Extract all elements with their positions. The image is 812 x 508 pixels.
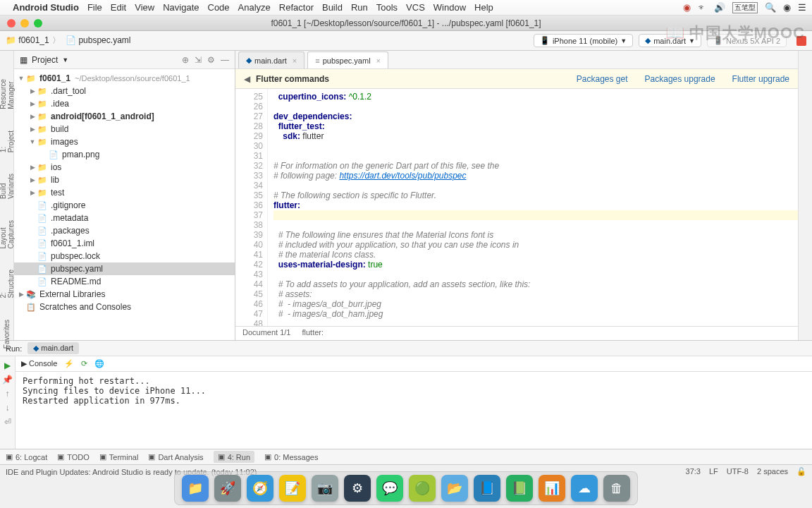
tool-tab[interactable]: Build Variants: [0, 174, 15, 199]
tab-main-dart[interactable]: ◆ main.dart×: [238, 52, 304, 68]
breadcrumb[interactable]: 📁 f0601_1〉 📄 pubspec.yaml: [6, 35, 130, 47]
reload-icon[interactable]: ⟳: [81, 359, 87, 368]
dock-app[interactable]: 🚀: [214, 475, 241, 502]
tool-tab[interactable]: Layout Captures: [0, 220, 15, 249]
tree-item[interactable]: 📄pman.png: [14, 148, 235, 161]
dock-app[interactable]: 🗑: [603, 475, 630, 502]
code-body[interactable]: cupertino_icons: ^0.1.2 dev_dependencies…: [268, 89, 798, 326]
tree-item[interactable]: 📄.packages: [14, 224, 235, 237]
down-icon[interactable]: ↓: [6, 403, 10, 413]
dock-app[interactable]: 🟢: [409, 475, 436, 502]
tree-item[interactable]: 📄pubspec.yaml: [14, 262, 235, 275]
target-icon[interactable]: ⊕: [182, 55, 189, 65]
console-output[interactable]: Performing hot restart... Syncing files …: [16, 372, 812, 449]
scratches[interactable]: 📋 Scratches and Consoles: [14, 301, 235, 313]
dock-app[interactable]: ⚙: [344, 475, 371, 502]
menu-code[interactable]: Code: [208, 2, 230, 13]
notif-icon[interactable]: ☰: [798, 2, 806, 13]
pin-icon[interactable]: 📌: [2, 375, 13, 385]
close-icon[interactable]: ×: [293, 56, 297, 65]
wrap-icon[interactable]: ⏎: [4, 417, 11, 427]
menu-vcs[interactable]: VCS: [406, 2, 425, 13]
menu-help[interactable]: Help: [474, 2, 493, 13]
menu-window[interactable]: Window: [433, 2, 466, 13]
wifi-icon[interactable]: ᯤ: [698, 2, 707, 13]
project-tree[interactable]: ▼📁 f0601_1~/Desktop/lesson/source/f0601_…: [14, 69, 235, 340]
flutter-upgrade-link[interactable]: Flutter upgrade: [732, 74, 789, 84]
tree-item[interactable]: 📄.metadata: [14, 212, 235, 224]
globe-icon[interactable]: 🌐: [94, 359, 104, 368]
packages-upgrade-link[interactable]: Packages upgrade: [645, 74, 715, 84]
packages-get-link[interactable]: Packages get: [577, 74, 628, 84]
menu-tools[interactable]: Tools: [376, 2, 398, 13]
dock-app[interactable]: 📝: [279, 475, 306, 502]
menu-build[interactable]: Build: [322, 2, 343, 13]
menu-refactor[interactable]: Refactor: [279, 2, 314, 13]
caret-pos[interactable]: 37:3: [686, 467, 701, 476]
tree-item[interactable]: 📄f0601_1.iml: [14, 237, 235, 250]
tree-item[interactable]: ▶📁.dart_tool: [14, 85, 235, 97]
tree-item[interactable]: ▼📁images: [14, 135, 235, 148]
tool-tab[interactable]: 1: Project: [0, 131, 15, 152]
lightning-icon[interactable]: ⚡: [64, 359, 74, 368]
external-libraries[interactable]: ▶📚 External Libraries: [14, 288, 235, 301]
tree-item[interactable]: ▶📁ios: [14, 161, 235, 174]
bottom-tab[interactable]: ▣ Dart Analysis: [148, 452, 203, 461]
console-tab[interactable]: ▶ Console: [21, 359, 57, 368]
close-icon[interactable]: ×: [376, 56, 381, 65]
menu-edit[interactable]: Edit: [111, 2, 126, 13]
tool-tab[interactable]: Favorites: [3, 320, 11, 349]
dock-app[interactable]: ☁: [571, 475, 598, 502]
menu-analyze[interactable]: Analyze: [238, 2, 271, 13]
dock-app[interactable]: 💬: [376, 475, 403, 502]
indent[interactable]: 2 spaces: [757, 467, 788, 476]
encoding[interactable]: UTF-8: [727, 467, 749, 476]
spotlight-icon[interactable]: 🔍: [765, 2, 776, 13]
tool-tab[interactable]: Resource Manager: [0, 79, 15, 109]
panel-title[interactable]: Project: [32, 55, 58, 65]
menu-file[interactable]: File: [87, 2, 102, 13]
tree-item[interactable]: 📄README.md: [14, 275, 235, 288]
tree-item[interactable]: ▶📁lib: [14, 174, 235, 186]
tree-item[interactable]: 📄.gitignore: [14, 199, 235, 212]
bottom-tab[interactable]: ▣ TODO: [57, 452, 90, 461]
device-selector[interactable]: 📱 iPhone 11 (mobile)▼: [534, 34, 633, 47]
bottom-tab[interactable]: ▣ Terminal: [99, 452, 139, 461]
hide-icon[interactable]: —: [221, 55, 229, 65]
bottom-tab[interactable]: ▣ 4: Run: [214, 451, 254, 463]
tree-item[interactable]: ▶📁android [f0601_1_android]: [14, 110, 235, 123]
line-sep[interactable]: LF: [709, 467, 718, 476]
close-button[interactable]: [7, 19, 16, 28]
tab-pubspec[interactable]: ≡ pubspec.yaml×: [307, 52, 388, 68]
dock-app[interactable]: 📊: [539, 475, 565, 502]
rerun-icon[interactable]: ▶: [4, 361, 11, 370]
menu-run[interactable]: Run: [351, 2, 368, 13]
dock-app[interactable]: 📁: [182, 475, 209, 502]
menu-view[interactable]: View: [135, 2, 154, 13]
tree-item[interactable]: ▶📁test: [14, 186, 235, 199]
tree-root[interactable]: ▼📁 f0601_1~/Desktop/lesson/source/f0601_…: [14, 72, 235, 85]
minimize-button[interactable]: [20, 19, 29, 28]
tool-tab[interactable]: 2: Structure: [0, 270, 15, 298]
dock-app[interactable]: 📘: [474, 475, 500, 502]
lock-icon[interactable]: 🔓: [796, 467, 806, 476]
ime-icon[interactable]: 五笔型: [732, 2, 758, 13]
bottom-tab[interactable]: ▣ 6: Logcat: [6, 452, 47, 461]
chevron-down-icon[interactable]: ▼: [62, 56, 68, 64]
dock-app[interactable]: 🧭: [247, 475, 273, 502]
up-icon[interactable]: ↑: [6, 389, 10, 399]
collapse-icon[interactable]: ⇲: [195, 55, 202, 65]
gear-icon[interactable]: ⚙: [207, 55, 215, 65]
dock-app[interactable]: 📷: [312, 475, 338, 502]
dock-app[interactable]: 📗: [506, 475, 533, 502]
run-tab[interactable]: ◆ main.dart: [27, 342, 79, 354]
tree-item[interactable]: ▶📁.idea: [14, 97, 235, 110]
siri-icon[interactable]: ◉: [783, 2, 791, 13]
dock-app[interactable]: 📂: [441, 475, 468, 502]
menu-navigate[interactable]: Navigate: [163, 2, 199, 13]
app-name[interactable]: Android Studio: [13, 2, 79, 13]
tree-item[interactable]: ▶📁build: [14, 123, 235, 135]
back-icon[interactable]: ◀: [244, 74, 250, 84]
tree-item[interactable]: 📄pubspec.lock: [14, 250, 235, 262]
volume-icon[interactable]: 🔊: [714, 2, 725, 13]
